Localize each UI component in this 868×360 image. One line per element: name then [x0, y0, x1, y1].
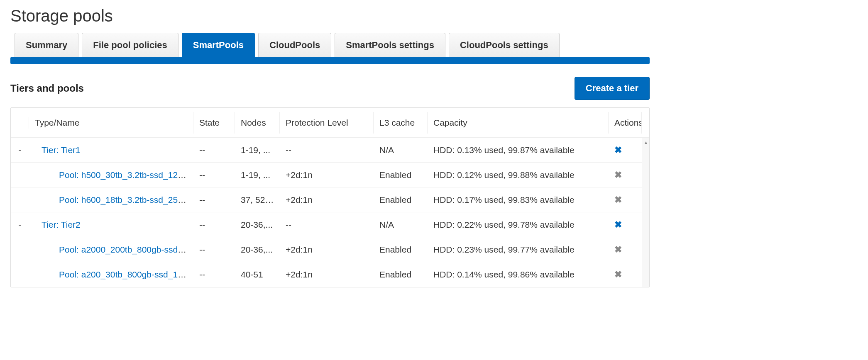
column-header-actions: Actions [609, 112, 642, 134]
column-header-nodes[interactable]: Nodes [235, 112, 280, 134]
section-title: Tiers and pools [10, 83, 84, 94]
tiers-pools-grid: Type/Name State Nodes Protection Level L… [10, 107, 650, 287]
collapse-icon[interactable]: - [18, 145, 21, 156]
section-header: Tiers and pools Create a tier [10, 77, 650, 100]
cell-protection: +2d:1n [280, 164, 374, 186]
column-header-expand [11, 117, 29, 129]
table-row: Pool: a2000_200tb_800gb-ssd_16g--20-36,.… [11, 237, 649, 262]
table-row: Pool: h500_30tb_3.2tb-ssd_128gb--1-19, .… [11, 163, 649, 187]
pool-link[interactable]: Pool: h600_18tb_3.2tb-ssd_256gb [59, 195, 192, 204]
delete-icon[interactable]: ✖ [614, 269, 622, 280]
table-row: -Tier: Tier1--1-19, ...--N/AHDD: 0.13% u… [11, 138, 649, 163]
tab-smartpools[interactable]: SmartPools [182, 33, 255, 57]
cell-nodes: 1-19, ... [235, 139, 280, 161]
tab-file-pool-policies[interactable]: File pool policies [82, 33, 178, 57]
delete-icon[interactable]: ✖ [614, 170, 622, 180]
expand-spacer [11, 194, 29, 206]
delete-icon[interactable]: ✖ [614, 195, 622, 205]
cell-capacity: HDD: 0.23% used, 99.77% available [428, 239, 609, 260]
collapse-icon[interactable]: - [18, 219, 21, 230]
cell-state: -- [193, 189, 235, 211]
tab-cloudpools-settings[interactable]: CloudPools settings [449, 33, 560, 57]
column-header-protection[interactable]: Protection Level [280, 112, 374, 134]
cell-state: -- [193, 164, 235, 186]
cell-l3cache: N/A [374, 139, 428, 161]
cell-nodes: 1-19, ... [235, 164, 280, 186]
cell-nodes: 37, 52,... [235, 189, 280, 211]
cell-state: -- [193, 264, 235, 285]
pool-link[interactable]: Pool: a200_30tb_800gb-ssd_16gb [59, 270, 192, 279]
cell-nodes: 20-36,... [235, 214, 280, 236]
page-title: Storage pools [10, 7, 868, 25]
table-row: -Tier: Tier2--20-36,...--N/AHDD: 0.22% u… [11, 212, 649, 237]
cell-state: -- [193, 214, 235, 236]
cell-protection: +2d:1n [280, 264, 374, 285]
expand-spacer [11, 269, 29, 280]
delete-icon[interactable]: ✖ [614, 219, 622, 230]
cell-protection: +2d:1n [280, 189, 374, 211]
cell-nodes: 20-36,... [235, 239, 280, 260]
delete-icon[interactable]: ✖ [614, 145, 622, 156]
grid-header-row: Type/Name State Nodes Protection Level L… [11, 108, 649, 138]
table-row: Pool: a200_30tb_800gb-ssd_16gb--40-51+2d… [11, 262, 649, 287]
cell-protection: -- [280, 214, 374, 236]
pool-link[interactable]: Pool: a2000_200tb_800gb-ssd_16g [59, 245, 193, 254]
cell-state: -- [193, 139, 235, 161]
expand-spacer [11, 244, 29, 255]
column-header-name[interactable]: Type/Name [29, 112, 193, 134]
tab-smartpools-settings[interactable]: SmartPools settings [335, 33, 445, 57]
tabs-container: SummaryFile pool policiesSmartPoolsCloud… [10, 33, 650, 64]
cell-capacity: HDD: 0.17% used, 99.83% available [428, 189, 609, 211]
column-header-state[interactable]: State [193, 112, 235, 134]
tab-cloudpools[interactable]: CloudPools [258, 33, 331, 57]
expand-spacer [11, 169, 29, 181]
table-row: Pool: h600_18tb_3.2tb-ssd_256gb--37, 52,… [11, 187, 649, 212]
column-header-l3cache[interactable]: L3 cache [374, 112, 428, 134]
tab-summary[interactable]: Summary [15, 33, 78, 57]
tab-underline [10, 57, 650, 64]
cell-state: -- [193, 239, 235, 260]
cell-nodes: 40-51 [235, 264, 280, 285]
cell-capacity: HDD: 0.12% used, 99.88% available [428, 164, 609, 186]
cell-capacity: HDD: 0.13% used, 99.87% available [428, 139, 609, 161]
tier-link[interactable]: Tier: Tier1 [42, 145, 81, 155]
cell-capacity: HDD: 0.14% used, 99.86% available [428, 264, 609, 285]
scroll-up-arrow-icon[interactable]: ▴ [645, 138, 647, 145]
cell-l3cache: Enabled [374, 189, 428, 211]
tier-link[interactable]: Tier: Tier2 [42, 220, 81, 229]
column-header-capacity[interactable]: Capacity [428, 112, 609, 134]
cell-l3cache: N/A [374, 214, 428, 236]
cell-protection: -- [280, 139, 374, 161]
cell-l3cache: Enabled [374, 239, 428, 260]
cell-protection: +2d:1n [280, 239, 374, 260]
cell-l3cache: Enabled [374, 164, 428, 186]
cell-capacity: HDD: 0.22% used, 99.78% available [428, 214, 609, 236]
cell-l3cache: Enabled [374, 264, 428, 285]
delete-icon[interactable]: ✖ [614, 244, 622, 255]
pool-link[interactable]: Pool: h500_30tb_3.2tb-ssd_128gb [59, 170, 192, 180]
vertical-scrollbar[interactable]: ▴ [642, 138, 649, 287]
create-tier-button[interactable]: Create a tier [575, 77, 650, 100]
